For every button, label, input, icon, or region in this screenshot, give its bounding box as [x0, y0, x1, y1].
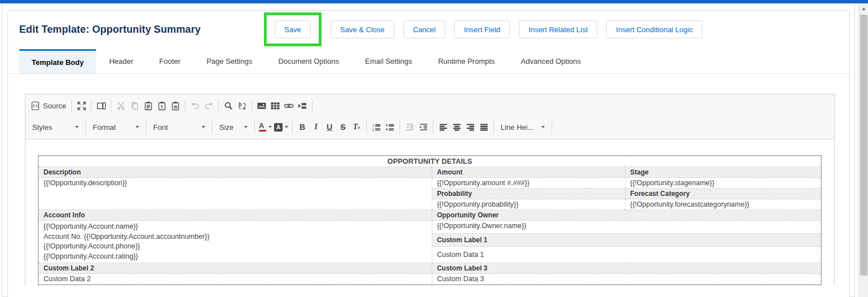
source-button-label: Source — [43, 102, 66, 110]
card-header: Edit Template: Opportunity Summary Save … — [8, 11, 849, 48]
forecast-category-value-cell[interactable]: {{!Opportunity.forecastcategoryname}} — [625, 199, 821, 210]
insert-image-icon[interactable] — [255, 99, 268, 113]
cancel-button[interactable]: Cancel — [403, 20, 445, 38]
justify-icon[interactable] — [477, 120, 491, 134]
svg-text:T: T — [160, 104, 163, 110]
maximize-icon[interactable] — [75, 99, 88, 113]
svg-text:2: 2 — [372, 128, 374, 131]
svg-text:a: a — [242, 105, 246, 111]
description-value-cell[interactable]: {{!Opportunity.description}} — [39, 178, 432, 210]
save-and-close-button[interactable]: Save & Close — [331, 20, 394, 38]
toolbar-row-1: Source — [28, 95, 831, 116]
decrease-indent-icon[interactable] — [403, 120, 416, 134]
toolbar-separator — [433, 120, 433, 134]
redo-icon[interactable] — [202, 99, 215, 113]
insert-link-icon[interactable] — [282, 99, 296, 113]
action-buttons: Save Save & Close Cancel Insert Field In… — [264, 12, 702, 46]
save-button-highlight-annotation: Save — [264, 12, 322, 46]
forecast-category-header-cell[interactable]: Forecast Category — [625, 189, 821, 199]
source-icon — [31, 101, 40, 111]
custom-label-1-header-cell[interactable]: Custom Label 1 — [432, 234, 821, 247]
custom-data-3-value-cell[interactable]: Custom Data 3 — [432, 274, 821, 285]
align-left-icon[interactable] — [436, 120, 450, 134]
cut-icon[interactable] — [114, 99, 128, 113]
text-color-button[interactable]: A — [258, 120, 273, 134]
find-icon[interactable] — [222, 99, 235, 113]
custom-data-2-value-cell[interactable]: Custom Data 2 — [39, 274, 432, 285]
background-color-button[interactable]: A — [273, 120, 289, 134]
background-color-icon: A — [274, 123, 283, 132]
strikethrough-button[interactable]: S — [336, 120, 350, 134]
probability-header-cell[interactable]: Probability — [432, 189, 626, 199]
insert-related-list-button[interactable]: Insert Related List — [519, 20, 597, 38]
tab-runtime-prompts[interactable]: Runtime Prompts — [425, 49, 507, 73]
stage-header-cell[interactable]: Stage — [625, 167, 821, 178]
account-name-line: {{!Opportunity.Account.name}} — [44, 222, 427, 232]
styles-dropdown[interactable]: Styles — [28, 120, 83, 134]
increase-indent-icon[interactable] — [416, 120, 430, 134]
tab-footer[interactable]: Footer — [146, 49, 194, 73]
size-dropdown[interactable]: Size — [215, 120, 251, 134]
custom-label-2-header-cell[interactable]: Custom Label 2 — [39, 263, 432, 274]
remove-format-button[interactable]: Tx — [350, 120, 363, 134]
chevron-down-icon — [136, 126, 139, 128]
page-break-icon[interactable] — [296, 99, 309, 113]
paste-from-word-icon[interactable]: W — [168, 99, 182, 113]
align-center-icon[interactable] — [450, 120, 463, 134]
opportunity-owner-value-cell[interactable]: {{!Opportunity.Owner.name}} — [432, 221, 821, 234]
line-height-dropdown[interactable]: Line Hei... — [497, 120, 549, 134]
insert-field-button[interactable]: Insert Field — [454, 20, 510, 38]
align-right-icon[interactable] — [463, 120, 477, 134]
custom-label-3-header-cell[interactable]: Custom Label 3 — [432, 263, 821, 274]
tab-email-settings[interactable]: Email Settings — [352, 49, 425, 73]
toolbar-separator — [146, 120, 146, 134]
numbered-list-icon[interactable]: 1 2 — [370, 120, 383, 134]
show-blocks-icon[interactable] — [94, 99, 108, 113]
scrollbar-thumb[interactable] — [860, 15, 867, 276]
stage-value-cell[interactable]: {{!Opportunity.stagename}} — [625, 178, 821, 189]
italic-button[interactable]: I — [309, 120, 323, 134]
toolbar-separator — [493, 120, 494, 134]
save-button[interactable]: Save — [275, 20, 311, 38]
amount-header-cell[interactable]: Amount — [432, 167, 626, 178]
bulleted-list-icon[interactable] — [383, 120, 397, 134]
editor-content-area[interactable]: OPPORTUNITY DETAILS Description Amount S… — [25, 139, 834, 297]
insert-table-icon[interactable] — [268, 99, 282, 113]
tab-advanced-options[interactable]: Advanced Options — [508, 49, 594, 73]
underline-button[interactable]: U — [323, 120, 336, 134]
opportunity-owner-header-cell[interactable]: Opportunity Owner — [432, 210, 821, 221]
tab-header[interactable]: Header — [96, 49, 146, 73]
replace-icon[interactable]: b a — [235, 99, 249, 113]
svg-text:1: 1 — [372, 123, 374, 126]
toolbar-separator — [251, 99, 252, 113]
undo-icon[interactable] — [188, 99, 202, 113]
paste-icon[interactable] — [141, 99, 155, 113]
tab-page-settings[interactable]: Page Settings — [193, 49, 265, 73]
table-banner[interactable]: OPPORTUNITY DETAILS — [39, 156, 821, 167]
tab-document-options[interactable]: Document Options — [265, 49, 352, 73]
vertical-scrollbar[interactable]: ▲ — [858, 3, 868, 297]
format-dropdown[interactable]: Format — [89, 120, 143, 134]
bold-button[interactable]: B — [296, 120, 309, 134]
description-header-cell[interactable]: Description — [39, 167, 432, 178]
toolbar-separator — [85, 120, 86, 134]
toolbar-separator — [71, 99, 72, 113]
amount-value-cell[interactable]: {{!Opportunity.amount #,###}} — [432, 178, 626, 189]
paste-plain-text-icon[interactable]: T — [155, 99, 168, 113]
copy-icon[interactable] — [128, 99, 141, 113]
font-dropdown[interactable]: Font — [149, 120, 209, 134]
source-button[interactable]: Source — [28, 99, 68, 113]
probability-value-cell[interactable]: {{!Opportunity.probability}} — [432, 199, 626, 210]
size-dropdown-label: Size — [219, 123, 233, 132]
chevron-down-icon — [202, 126, 205, 128]
rich-text-editor: Source — [25, 94, 835, 286]
insert-conditional-logic-button[interactable]: Insert Conditional Logic — [606, 20, 702, 38]
custom-data-1-value-cell[interactable]: Custom Data 1 — [432, 247, 821, 263]
toolbar-separator — [111, 99, 111, 113]
account-info-value-cell[interactable]: {{!Opportunity.Account.name}} Account No… — [39, 221, 432, 263]
tab-template-body[interactable]: Template Body — [19, 49, 96, 73]
toolbar-separator — [254, 120, 255, 134]
format-dropdown-label: Format — [93, 123, 116, 132]
account-info-header-cell[interactable]: Account Info — [39, 210, 432, 221]
scrollbar-up-arrow-icon[interactable]: ▲ — [859, 3, 868, 14]
